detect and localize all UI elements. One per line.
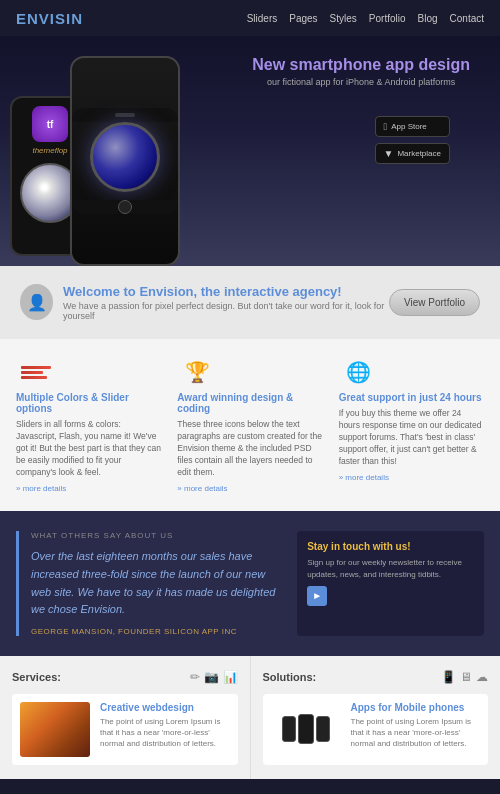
brand-label: themeflop: [32, 146, 67, 155]
phone-main: [70, 56, 180, 266]
nav-contact[interactable]: Contact: [450, 13, 484, 24]
view-portfolio-button[interactable]: View Portfolio: [389, 289, 480, 316]
testimonial-label: WHAT OTHERS SAY ABOUT US: [31, 531, 281, 540]
solutions-title: Solutions:: [263, 671, 317, 683]
trophy-icon: 🏆: [177, 357, 217, 387]
phone-small-2: [298, 714, 314, 744]
feature-support: 🌐 Great support in just 24 hours If you …: [339, 357, 484, 493]
nav-styles[interactable]: Styles: [330, 13, 357, 24]
phone-lens: [90, 122, 160, 192]
globe-icon: 🌐: [339, 357, 379, 387]
solutions-icons: 📱 🖥 ☁: [441, 670, 488, 684]
footer: What we do Interactive Technology Online…: [0, 779, 500, 794]
pencil-icon: ✏: [190, 670, 200, 684]
feature-award-title: Award winning design & coding: [177, 392, 322, 414]
chart-icon: 📊: [223, 670, 238, 684]
sliders-icon: [16, 357, 56, 387]
welcome-heading: Welcome to Envision, the interactive age…: [63, 284, 389, 299]
welcome-subtext: We have a passion for pixel perfect desi…: [63, 301, 389, 321]
features-section: Multiple Colors & Slider options Sliders…: [0, 339, 500, 511]
marketplace-button[interactable]: ▼ Marketplace: [375, 143, 450, 164]
services-solutions: Services: ✏ 📷 📊 Creative webdesign The p…: [0, 656, 500, 779]
avatar: 👤: [20, 284, 53, 320]
feature-support-title: Great support in just 24 hours: [339, 392, 484, 403]
solutions-card: Apps for Mobile phones The point of usin…: [263, 694, 489, 765]
feature-award-body: These three icons below the text paragra…: [177, 419, 322, 478]
feature-colors-body: Sliders in all forms & colors: Javascrip…: [16, 419, 161, 478]
nav-sliders[interactable]: Sliders: [247, 13, 278, 24]
stay-title: Stay in touch with us!: [307, 541, 474, 552]
solution-card-body: The point of using Lorem Ipsum is that i…: [351, 716, 481, 750]
feature-support-link[interactable]: more details: [339, 473, 484, 482]
phone-small-1: [282, 716, 296, 742]
feature-award: 🏆 Award winning design & coding These th…: [177, 357, 322, 493]
testimonial-content: WHAT OTHERS SAY ABOUT US Over the last e…: [16, 531, 281, 635]
mobile-icon: 📱: [441, 670, 456, 684]
testimonial-quote: Over the last eighteen months our sales …: [31, 548, 281, 618]
welcome-section: 👤 Welcome to Envision, the interactive a…: [0, 266, 500, 339]
welcome-text: Welcome to Envision, the interactive age…: [63, 284, 389, 321]
phone-small-3: [316, 716, 330, 742]
nav-portfolio[interactable]: Portfolio: [369, 13, 406, 24]
logo-accent: N: [71, 10, 83, 27]
solution-thumbnail: [271, 702, 341, 757]
app-icon: tf: [32, 106, 68, 142]
services-col: Services: ✏ 📷 📊 Creative webdesign The p…: [0, 656, 251, 779]
hero-title: New smartphone app design: [252, 56, 470, 74]
welcome-left: 👤 Welcome to Envision, the interactive a…: [20, 284, 389, 321]
cloud-icon: ☁: [476, 670, 488, 684]
service-card-title: Creative webdesign: [100, 702, 230, 713]
solution-card-title: Apps for Mobile phones: [351, 702, 481, 713]
welcome-suffix: , the interactive agency!: [194, 284, 342, 299]
android-icon: ▼: [384, 148, 394, 159]
subscribe-button[interactable]: ►: [307, 586, 327, 606]
feature-colors-title: Multiple Colors & Slider options: [16, 392, 161, 414]
hero-subtitle: our fictional app for iPhone & Android p…: [252, 77, 470, 87]
camera-icon: 📷: [204, 670, 219, 684]
welcome-prefix: Welcome to: [63, 284, 139, 299]
logo: ENVISIN: [16, 10, 83, 27]
navigation: ENVISIN Sliders Pages Styles Portfolio B…: [0, 0, 500, 36]
service-info: Creative webdesign The point of using Lo…: [100, 702, 230, 757]
store-buttons:  App Store ▼ Marketplace: [375, 116, 450, 164]
feature-award-link[interactable]: more details: [177, 484, 322, 493]
hero-section: tf themeflop New smartphone app design o…: [0, 36, 500, 266]
service-thumbnail: [20, 702, 90, 757]
solution-info: Apps for Mobile phones The point of usin…: [351, 702, 481, 757]
logo-text: ENVISI: [16, 10, 71, 27]
stay-body: Sign up for our weekly newsletter to rec…: [307, 557, 474, 579]
monitor-icon: 🖥: [460, 670, 472, 684]
nav-pages[interactable]: Pages: [289, 13, 317, 24]
stay-in-touch: Stay in touch with us! Sign up for our w…: [297, 531, 484, 635]
services-title: Services:: [12, 671, 61, 683]
solutions-col: Solutions: 📱 🖥 ☁ Apps for Mobile phones …: [251, 656, 501, 779]
solutions-header: Solutions: 📱 🖥 ☁: [263, 670, 489, 684]
nav-blog[interactable]: Blog: [418, 13, 438, 24]
feature-colors: Multiple Colors & Slider options Sliders…: [16, 357, 161, 493]
nav-links: Sliders Pages Styles Portfolio Blog Cont…: [247, 13, 484, 24]
hero-phones: tf themeflop: [0, 46, 260, 266]
app-store-button[interactable]:  App Store: [375, 116, 450, 137]
apple-icon: : [384, 121, 388, 132]
services-card: Creative webdesign The point of using Lo…: [12, 694, 238, 765]
services-header: Services: ✏ 📷 📊: [12, 670, 238, 684]
feature-support-body: If you buy this theme we offer 24 hours …: [339, 408, 484, 467]
hero-content: New smartphone app design our fictional …: [252, 56, 470, 87]
welcome-brand: Envision: [139, 284, 193, 299]
feature-colors-link[interactable]: more details: [16, 484, 161, 493]
services-icons: ✏ 📷 📊: [190, 670, 238, 684]
testimonial-author: GEORGE MANSION, FOUNDER SILICON APP INC: [31, 627, 281, 636]
testimonial-section: WHAT OTHERS SAY ABOUT US Over the last e…: [0, 511, 500, 655]
service-card-body: The point of using Lorem Ipsum is that i…: [100, 716, 230, 750]
